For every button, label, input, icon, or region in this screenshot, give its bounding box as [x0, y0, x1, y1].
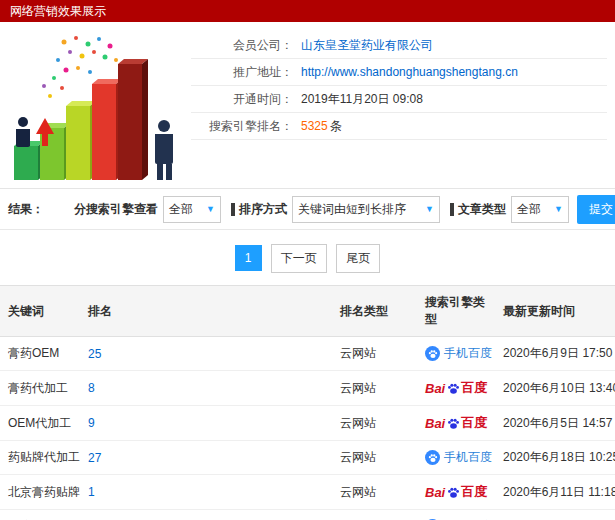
updated-cell: 2020年6月9日 17:50 [495, 337, 615, 371]
rank-type-cell: 云网站 [332, 441, 417, 475]
info-row-open-time: 开通时间： 2019年11月20日 09:08 [191, 86, 607, 113]
header-rank: 排名 [80, 286, 332, 337]
engine-cell: 手机百度 [417, 337, 495, 371]
engine-filter-select[interactable]: 全部 ▼ [163, 196, 221, 223]
baidu-mobile-logo: 手机百度 [425, 345, 492, 362]
left-businessman-figure [16, 117, 30, 147]
engine-cell: 手机百度 [417, 510, 495, 520]
engine-label: 手机百度 [444, 449, 492, 466]
rank-link[interactable]: 9 [88, 416, 95, 430]
company-info: 会员公司： 山东皇圣堂药业有限公司 推广地址： http://www.shand… [191, 32, 607, 182]
pagination: 1 下一页 尾页 [0, 244, 615, 273]
baidu-mobile-logo: 手机百度 [425, 449, 492, 466]
info-section: 会员公司： 山东皇圣堂药业有限公司 推广地址： http://www.shand… [0, 22, 615, 188]
right-businessman-figure [155, 120, 173, 180]
updated-cell: 2020年6月18日 10:19 [495, 510, 615, 520]
result-label: 结果： [8, 201, 44, 218]
baidu-pc-logo: Bai百度 [425, 483, 487, 501]
open-time-label: 开通时间： [191, 91, 293, 108]
promo-url-label: 推广地址： [191, 64, 293, 81]
rank-type-cell: 云网站 [332, 371, 417, 406]
filter-separator [231, 203, 235, 216]
info-row-url: 推广地址： http://www.shandonghuangshengtang.… [191, 59, 607, 86]
rank-type-cell: 云网站 [332, 510, 417, 520]
header-updated: 最新更新时间 [495, 286, 615, 337]
engine-label-latin: Bai [425, 485, 445, 500]
rank-type-cell: 云网站 [332, 406, 417, 441]
updated-cell: 2020年6月5日 14:57 [495, 406, 615, 441]
updated-cell: 2020年6月10日 13:40 [495, 371, 615, 406]
updated-cell: 2020年6月11日 11:18 [495, 475, 615, 510]
submit-button[interactable]: 提交 [577, 195, 615, 224]
page-current[interactable]: 1 [235, 245, 262, 271]
results-table: 关键词 排名 排名类型 搜索引擎类型 最新更新时间 膏药OEM25云网站手机百度… [0, 285, 615, 520]
updated-cell: 2020年6月18日 10:25 [495, 441, 615, 475]
keyword-cell: 药贴牌代加工 [0, 441, 80, 475]
rank-cell: 25 [80, 337, 332, 371]
engine-label: 百度 [461, 483, 487, 501]
engine-label: 百度 [461, 379, 487, 397]
rank-link[interactable]: 25 [88, 347, 101, 361]
rank-type-cell: 云网站 [332, 337, 417, 371]
chevron-down-icon: ▼ [554, 204, 563, 214]
article-type-select[interactable]: 全部 ▼ [511, 196, 569, 223]
info-row-company: 会员公司： 山东皇圣堂药业有限公司 [191, 32, 607, 59]
engine-cell: Bai百度 [417, 371, 495, 406]
promo-url-link[interactable]: http://www.shandonghuangshengtang.cn [301, 65, 518, 79]
page-next[interactable]: 下一页 [271, 244, 327, 273]
chevron-down-icon: ▼ [425, 204, 434, 214]
header-keyword: 关键词 [0, 286, 80, 337]
bar-chart-illustration-svg [6, 30, 191, 182]
engine-filter-value: 全部 [169, 201, 193, 218]
rank-count-suffix: 条 [330, 118, 342, 135]
engine-label: 百度 [461, 414, 487, 432]
rank-cell: 9 [80, 406, 332, 441]
article-type-label: 文章类型 [458, 201, 506, 218]
filter-separator [450, 203, 454, 216]
rank-link[interactable]: 27 [88, 451, 101, 465]
rank-count-label: 搜索引擎排名： [191, 118, 293, 135]
page-last[interactable]: 尾页 [336, 244, 380, 273]
chevron-down-icon: ▼ [206, 204, 215, 214]
header-rank-type: 排名类型 [332, 286, 417, 337]
article-type-value: 全部 [517, 201, 541, 218]
baidu-pc-logo: Bai百度 [425, 379, 487, 397]
table-row: 枣庄膏药加工1,4,6云网站手机百度2020年6月18日 10:19 [0, 510, 615, 520]
company-label: 会员公司： [191, 37, 293, 54]
engine-cell: Bai百度 [417, 475, 495, 510]
results-table-body: 膏药OEM25云网站手机百度2020年6月9日 17:50膏药代加工8云网站Ba… [0, 337, 615, 520]
engine-label-latin: Bai [425, 381, 445, 396]
baidu-paw-icon [425, 450, 440, 465]
table-row: 膏药OEM25云网站手机百度2020年6月9日 17:50 [0, 337, 615, 371]
rank-type-cell: 云网站 [332, 475, 417, 510]
baidu-pc-logo: Bai百度 [425, 414, 487, 432]
engine-filter-label: 分搜索引擎查看 [74, 201, 158, 218]
baidu-paw-icon [447, 486, 460, 499]
sort-filter-value: 关键词由短到长排序 [298, 201, 406, 218]
table-row: 药贴牌代加工27云网站手机百度2020年6月18日 10:25 [0, 441, 615, 475]
rank-cell: 1,4,6 [80, 510, 332, 520]
company-name-link[interactable]: 山东皇圣堂药业有限公司 [301, 37, 433, 54]
table-header-row: 关键词 排名 排名类型 搜索引擎类型 最新更新时间 [0, 286, 615, 337]
baidu-paw-icon [425, 346, 440, 361]
keyword-cell: 膏药代加工 [0, 371, 80, 406]
rank-link[interactable]: 1 [88, 485, 95, 499]
page-title: 网络营销效果展示 [10, 4, 106, 18]
rank-count-value: 5325 [301, 119, 328, 133]
filter-bar: 结果： 分搜索引擎查看 全部 ▼ 排序方式 关键词由短到长排序 ▼ 文章类型 全… [0, 188, 615, 230]
chart-bars [14, 59, 148, 180]
keyword-cell: 膏药OEM [0, 337, 80, 371]
keyword-cell: OEM代加工 [0, 406, 80, 441]
filter-controls: 分搜索引擎查看 全部 ▼ 排序方式 关键词由短到长排序 ▼ 文章类型 全部 ▼ … [70, 195, 615, 224]
marketing-illustration [6, 30, 191, 182]
keyword-cell: 枣庄膏药加工 [0, 510, 80, 520]
engine-cell: 手机百度 [417, 441, 495, 475]
baidu-paw-icon [447, 382, 460, 395]
sort-filter-label: 排序方式 [239, 201, 287, 218]
keyword-cell: 北京膏药贴牌 [0, 475, 80, 510]
sort-filter-select[interactable]: 关键词由短到长排序 ▼ [292, 196, 440, 223]
rank-cell: 27 [80, 441, 332, 475]
table-row: OEM代加工9云网站Bai百度2020年6月5日 14:57 [0, 406, 615, 441]
rank-link[interactable]: 8 [88, 381, 95, 395]
engine-label: 手机百度 [444, 345, 492, 362]
